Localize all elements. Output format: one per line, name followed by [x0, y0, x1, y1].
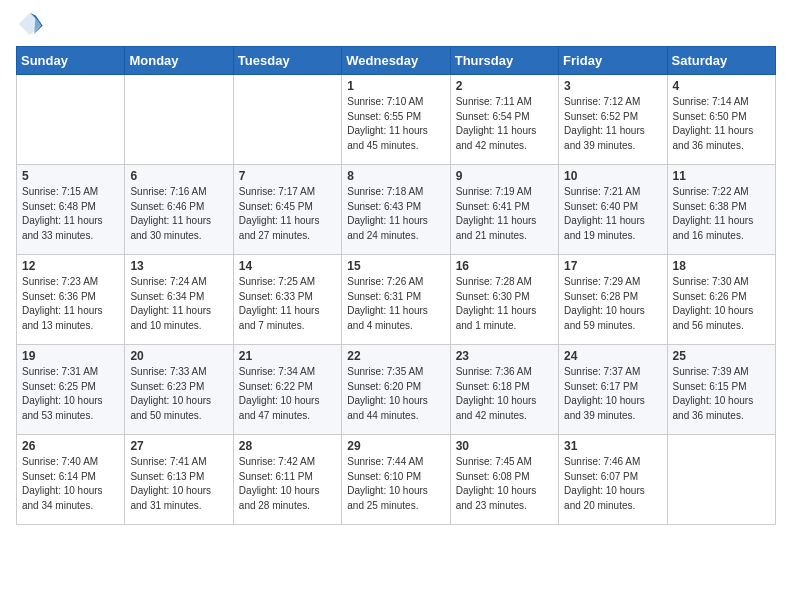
- day-number: 30: [456, 439, 553, 453]
- calendar-cell: 10Sunrise: 7:21 AM Sunset: 6:40 PM Dayli…: [559, 165, 667, 255]
- calendar-header-wednesday: Wednesday: [342, 47, 450, 75]
- calendar-header-monday: Monday: [125, 47, 233, 75]
- header: [16, 10, 776, 38]
- day-number: 1: [347, 79, 444, 93]
- calendar-cell: 13Sunrise: 7:24 AM Sunset: 6:34 PM Dayli…: [125, 255, 233, 345]
- calendar-cell: 4Sunrise: 7:14 AM Sunset: 6:50 PM Daylig…: [667, 75, 775, 165]
- calendar-week-row: 5Sunrise: 7:15 AM Sunset: 6:48 PM Daylig…: [17, 165, 776, 255]
- calendar-cell: 23Sunrise: 7:36 AM Sunset: 6:18 PM Dayli…: [450, 345, 558, 435]
- day-number: 25: [673, 349, 770, 363]
- day-info: Sunrise: 7:22 AM Sunset: 6:38 PM Dayligh…: [673, 185, 770, 243]
- day-number: 31: [564, 439, 661, 453]
- calendar-cell: 20Sunrise: 7:33 AM Sunset: 6:23 PM Dayli…: [125, 345, 233, 435]
- calendar-week-row: 26Sunrise: 7:40 AM Sunset: 6:14 PM Dayli…: [17, 435, 776, 525]
- day-info: Sunrise: 7:11 AM Sunset: 6:54 PM Dayligh…: [456, 95, 553, 153]
- calendar-cell: 18Sunrise: 7:30 AM Sunset: 6:26 PM Dayli…: [667, 255, 775, 345]
- day-info: Sunrise: 7:40 AM Sunset: 6:14 PM Dayligh…: [22, 455, 119, 513]
- calendar-cell: 26Sunrise: 7:40 AM Sunset: 6:14 PM Dayli…: [17, 435, 125, 525]
- calendar-cell: 15Sunrise: 7:26 AM Sunset: 6:31 PM Dayli…: [342, 255, 450, 345]
- day-info: Sunrise: 7:44 AM Sunset: 6:10 PM Dayligh…: [347, 455, 444, 513]
- calendar-cell: 1Sunrise: 7:10 AM Sunset: 6:55 PM Daylig…: [342, 75, 450, 165]
- day-info: Sunrise: 7:42 AM Sunset: 6:11 PM Dayligh…: [239, 455, 336, 513]
- day-info: Sunrise: 7:35 AM Sunset: 6:20 PM Dayligh…: [347, 365, 444, 423]
- calendar-cell: 3Sunrise: 7:12 AM Sunset: 6:52 PM Daylig…: [559, 75, 667, 165]
- logo-icon: [16, 10, 44, 38]
- day-number: 11: [673, 169, 770, 183]
- day-info: Sunrise: 7:23 AM Sunset: 6:36 PM Dayligh…: [22, 275, 119, 333]
- day-info: Sunrise: 7:25 AM Sunset: 6:33 PM Dayligh…: [239, 275, 336, 333]
- day-info: Sunrise: 7:17 AM Sunset: 6:45 PM Dayligh…: [239, 185, 336, 243]
- calendar-cell: 21Sunrise: 7:34 AM Sunset: 6:22 PM Dayli…: [233, 345, 341, 435]
- day-number: 15: [347, 259, 444, 273]
- day-info: Sunrise: 7:16 AM Sunset: 6:46 PM Dayligh…: [130, 185, 227, 243]
- day-number: 3: [564, 79, 661, 93]
- day-number: 23: [456, 349, 553, 363]
- day-number: 24: [564, 349, 661, 363]
- day-number: 29: [347, 439, 444, 453]
- day-info: Sunrise: 7:34 AM Sunset: 6:22 PM Dayligh…: [239, 365, 336, 423]
- day-info: Sunrise: 7:29 AM Sunset: 6:28 PM Dayligh…: [564, 275, 661, 333]
- day-number: 7: [239, 169, 336, 183]
- day-number: 14: [239, 259, 336, 273]
- day-info: Sunrise: 7:10 AM Sunset: 6:55 PM Dayligh…: [347, 95, 444, 153]
- calendar-cell: 29Sunrise: 7:44 AM Sunset: 6:10 PM Dayli…: [342, 435, 450, 525]
- day-info: Sunrise: 7:19 AM Sunset: 6:41 PM Dayligh…: [456, 185, 553, 243]
- calendar-table: SundayMondayTuesdayWednesdayThursdayFrid…: [16, 46, 776, 525]
- day-number: 28: [239, 439, 336, 453]
- day-number: 26: [22, 439, 119, 453]
- day-info: Sunrise: 7:18 AM Sunset: 6:43 PM Dayligh…: [347, 185, 444, 243]
- calendar-cell: 2Sunrise: 7:11 AM Sunset: 6:54 PM Daylig…: [450, 75, 558, 165]
- day-number: 13: [130, 259, 227, 273]
- calendar-cell: 11Sunrise: 7:22 AM Sunset: 6:38 PM Dayli…: [667, 165, 775, 255]
- calendar-cell: 14Sunrise: 7:25 AM Sunset: 6:33 PM Dayli…: [233, 255, 341, 345]
- calendar-header-sunday: Sunday: [17, 47, 125, 75]
- calendar-header-tuesday: Tuesday: [233, 47, 341, 75]
- calendar-header-friday: Friday: [559, 47, 667, 75]
- calendar-cell: 24Sunrise: 7:37 AM Sunset: 6:17 PM Dayli…: [559, 345, 667, 435]
- day-number: 4: [673, 79, 770, 93]
- day-info: Sunrise: 7:37 AM Sunset: 6:17 PM Dayligh…: [564, 365, 661, 423]
- day-info: Sunrise: 7:30 AM Sunset: 6:26 PM Dayligh…: [673, 275, 770, 333]
- day-info: Sunrise: 7:12 AM Sunset: 6:52 PM Dayligh…: [564, 95, 661, 153]
- day-number: 6: [130, 169, 227, 183]
- calendar-header-saturday: Saturday: [667, 47, 775, 75]
- day-number: 12: [22, 259, 119, 273]
- day-info: Sunrise: 7:46 AM Sunset: 6:07 PM Dayligh…: [564, 455, 661, 513]
- day-number: 10: [564, 169, 661, 183]
- calendar-cell: [125, 75, 233, 165]
- day-number: 17: [564, 259, 661, 273]
- calendar-cell: 6Sunrise: 7:16 AM Sunset: 6:46 PM Daylig…: [125, 165, 233, 255]
- day-number: 20: [130, 349, 227, 363]
- day-info: Sunrise: 7:26 AM Sunset: 6:31 PM Dayligh…: [347, 275, 444, 333]
- day-info: Sunrise: 7:36 AM Sunset: 6:18 PM Dayligh…: [456, 365, 553, 423]
- calendar-cell: 22Sunrise: 7:35 AM Sunset: 6:20 PM Dayli…: [342, 345, 450, 435]
- day-info: Sunrise: 7:14 AM Sunset: 6:50 PM Dayligh…: [673, 95, 770, 153]
- day-number: 8: [347, 169, 444, 183]
- calendar-cell: 28Sunrise: 7:42 AM Sunset: 6:11 PM Dayli…: [233, 435, 341, 525]
- day-number: 27: [130, 439, 227, 453]
- calendar-cell: 16Sunrise: 7:28 AM Sunset: 6:30 PM Dayli…: [450, 255, 558, 345]
- day-number: 21: [239, 349, 336, 363]
- day-number: 5: [22, 169, 119, 183]
- logo: [16, 10, 46, 38]
- page-container: SundayMondayTuesdayWednesdayThursdayFrid…: [0, 0, 792, 612]
- day-number: 22: [347, 349, 444, 363]
- calendar-cell: [17, 75, 125, 165]
- calendar-cell: [667, 435, 775, 525]
- calendar-cell: 8Sunrise: 7:18 AM Sunset: 6:43 PM Daylig…: [342, 165, 450, 255]
- day-number: 9: [456, 169, 553, 183]
- calendar-cell: 19Sunrise: 7:31 AM Sunset: 6:25 PM Dayli…: [17, 345, 125, 435]
- day-info: Sunrise: 7:39 AM Sunset: 6:15 PM Dayligh…: [673, 365, 770, 423]
- day-info: Sunrise: 7:33 AM Sunset: 6:23 PM Dayligh…: [130, 365, 227, 423]
- day-number: 18: [673, 259, 770, 273]
- day-info: Sunrise: 7:24 AM Sunset: 6:34 PM Dayligh…: [130, 275, 227, 333]
- day-info: Sunrise: 7:45 AM Sunset: 6:08 PM Dayligh…: [456, 455, 553, 513]
- day-number: 2: [456, 79, 553, 93]
- calendar-week-row: 1Sunrise: 7:10 AM Sunset: 6:55 PM Daylig…: [17, 75, 776, 165]
- calendar-cell: 9Sunrise: 7:19 AM Sunset: 6:41 PM Daylig…: [450, 165, 558, 255]
- day-number: 19: [22, 349, 119, 363]
- calendar-week-row: 19Sunrise: 7:31 AM Sunset: 6:25 PM Dayli…: [17, 345, 776, 435]
- day-info: Sunrise: 7:28 AM Sunset: 6:30 PM Dayligh…: [456, 275, 553, 333]
- calendar-header-row: SundayMondayTuesdayWednesdayThursdayFrid…: [17, 47, 776, 75]
- day-number: 16: [456, 259, 553, 273]
